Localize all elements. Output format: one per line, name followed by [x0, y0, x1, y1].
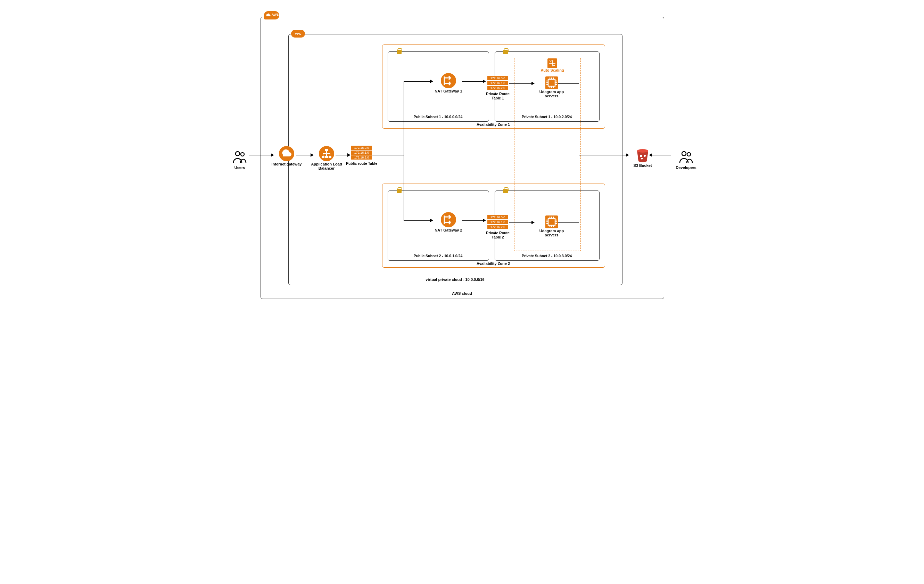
developers-icon [678, 149, 695, 165]
svg-rect-7 [322, 156, 325, 158]
autoscaling-node: Auto Scaling [538, 58, 566, 72]
az1-prt-row-0: 172.16.0.0 [487, 76, 508, 81]
conn-nat2-prt2 [462, 220, 483, 221]
s3-bucket-icon [634, 147, 651, 164]
public-rt-row-2: 172.16.2.0 [351, 155, 372, 160]
arrow-icon [649, 153, 652, 157]
az2-private-subnet-label: Private Subnet 2 - 10.0.3.0/24 [495, 254, 599, 258]
svg-point-3 [687, 152, 691, 156]
az1-prt-row-1: 172.16.1.0 [487, 81, 508, 86]
svg-rect-11 [640, 155, 642, 157]
conn-srv1-out [558, 83, 579, 84]
az2-private-route-table: 172.16.0.0 172.16.1.0 172.16.2.0 [487, 215, 508, 230]
conn-prt2-srv2 [509, 222, 532, 223]
arrow-icon [483, 79, 486, 83]
autoscaling-box [514, 58, 581, 251]
arrow-icon [430, 218, 433, 222]
aws-badge-text: AWS [272, 13, 279, 17]
svg-point-13 [441, 73, 456, 88]
users-label: Users [226, 165, 254, 170]
public-rt-label: Public route Table [344, 161, 380, 165]
conn-nat1-prt1 [462, 81, 483, 82]
conn-srv1-v [579, 83, 579, 156]
az2-nat-label: NAT Gateway 2 [433, 228, 464, 232]
az1-nat-node: NAT Gateway 1 [433, 72, 464, 93]
autoscaling-icon [548, 58, 557, 68]
az2-public-subnet-label: Public Subnet 2 - 10.0.1.0/24 [388, 254, 488, 258]
svg-rect-6 [325, 149, 328, 151]
az2-label: Availability Zone 2 [382, 261, 604, 266]
nat-gateway-icon [440, 211, 457, 228]
vpc-label: virtual private cloud - 10.0.0.0/16 [288, 277, 622, 281]
users-icon [231, 149, 248, 165]
az1-public-lock-icon [396, 47, 402, 54]
az2-nat-node: NAT Gateway 2 [433, 211, 464, 232]
conn-alb-prt [335, 155, 348, 156]
developers-node: Developers [670, 149, 702, 170]
internet-gateway-node: Internet gateway [271, 145, 302, 166]
az1-nat-label: NAT Gateway 1 [433, 89, 464, 93]
svg-point-12 [644, 155, 646, 157]
az2-prt-label: Private Route Table 2 [483, 231, 513, 239]
aws-cloud-badge: AWS [264, 11, 279, 20]
arrow-icon [531, 82, 535, 85]
conn-prt1-srv1 [509, 83, 532, 84]
conn-users-igw [249, 155, 272, 156]
internet-gateway-icon [278, 145, 295, 162]
alb-icon [318, 145, 335, 162]
az2-prt-row-2: 172.16.2.0 [487, 225, 508, 230]
nat-gateway-icon [440, 72, 457, 89]
svg-point-1 [241, 152, 244, 156]
alb-node: Application Load Balancer [309, 145, 344, 170]
arrow-icon [531, 221, 535, 224]
s3-node: S3 Bucket [629, 147, 657, 167]
diagram-canvas: AWS AWS cloud VPC virtual private cloud … [219, 3, 705, 309]
az2-private-lock-icon [502, 186, 508, 193]
svg-point-10 [637, 149, 648, 152]
az1-private-lock-icon [502, 47, 508, 54]
svg-rect-9 [328, 156, 332, 158]
cloud-icon [266, 13, 271, 17]
az2-prt-row-0: 172.16.0.0 [487, 215, 508, 220]
conn-branch-v [404, 81, 404, 220]
users-node: Users [226, 149, 254, 170]
public-rt-row-0: 172.16.0.0 [351, 145, 372, 150]
public-rt-row-1: 172.16.1.0 [351, 150, 372, 155]
arrow-icon [310, 153, 314, 157]
conn-dev-s3 [652, 155, 671, 156]
az1-prt-label: Private Route Table 1 [483, 92, 513, 100]
conn-srv2-out [558, 222, 579, 223]
svg-rect-8 [325, 156, 328, 158]
az1-public-subnet-label: Public Subnet 1 - 10.0.0.0/24 [388, 115, 488, 119]
az1-private-route-table: 172.16.0.0 172.16.1.0 172.16.2.0 [487, 76, 508, 90]
az2-prt-row-1: 172.16.1.0 [487, 220, 508, 225]
svg-point-16 [441, 212, 456, 227]
aws-cloud-label: AWS cloud [261, 291, 663, 296]
developers-label: Developers [670, 165, 702, 170]
s3-label: S3 Bucket [629, 164, 657, 167]
vpc-badge: VPC [291, 30, 305, 38]
arrow-icon [271, 153, 274, 157]
svg-point-2 [682, 152, 686, 156]
arrow-icon [430, 79, 433, 83]
arrow-icon [483, 218, 486, 222]
arrow-icon [347, 153, 350, 157]
alb-label: Application Load Balancer [309, 162, 344, 170]
public-route-table: 172.16.0.0 172.16.1.0 172.16.2.0 [351, 145, 372, 160]
az2-public-lock-icon [396, 186, 402, 193]
conn-srv2-v [579, 155, 579, 223]
conn-prt-branch [372, 155, 404, 156]
conn-branch-nat2 [404, 220, 431, 221]
conn-igw-alb [296, 155, 311, 156]
svg-point-0 [236, 152, 240, 156]
conn-branch-nat1 [404, 81, 431, 82]
autoscaling-label: Auto Scaling [538, 68, 566, 72]
internet-gateway-label: Internet gateway [271, 162, 302, 166]
az1-prt-row-2: 172.16.2.0 [487, 86, 508, 90]
arrow-icon [626, 153, 629, 157]
conn-merge-s3 [579, 155, 627, 156]
